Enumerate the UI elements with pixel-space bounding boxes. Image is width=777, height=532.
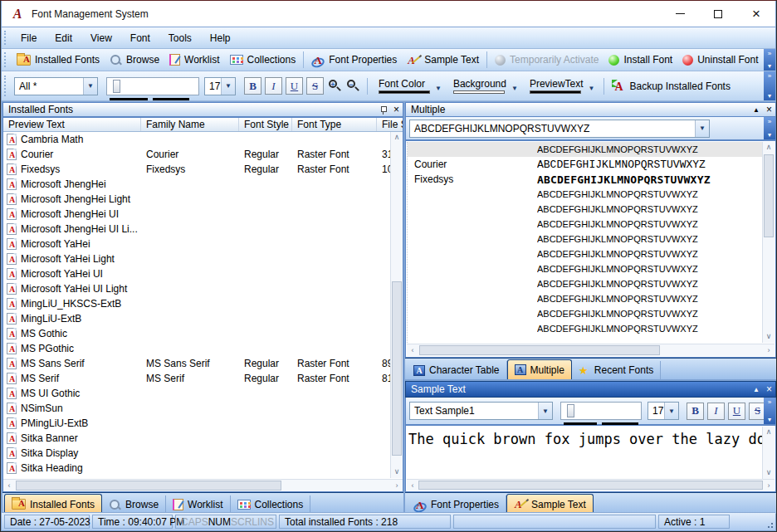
table-row[interactable]: MingLiU_HKSCS-ExtB	[3, 296, 403, 311]
font-preview-row[interactable]: ABCDEFGHIJKLMNOPQRSTUVWXYZ	[408, 306, 762, 321]
menu-tools[interactable]: Tools	[159, 27, 201, 48]
scroll-down-icon[interactable]: ∨	[391, 466, 403, 478]
table-row[interactable]: CourierCourierRegularRaster Font31	[3, 147, 403, 162]
tab-browse[interactable]: Browse	[102, 495, 166, 514]
table-row[interactable]: MS Gothic	[3, 326, 403, 341]
table-row[interactable]: Cambria Math	[3, 132, 403, 147]
tab-worklist[interactable]: Worklist	[166, 495, 230, 514]
background-color-control[interactable]: Background	[453, 79, 506, 94]
panel-close-icon[interactable]: ×	[766, 105, 772, 115]
menu-help[interactable]: Help	[201, 27, 240, 48]
chevron-down-icon[interactable]: ▼	[511, 85, 518, 92]
scroll-thumb[interactable]	[418, 481, 763, 490]
table-row[interactable]: FixedsysFixedsysRegularRaster Font10	[3, 162, 403, 177]
underline-button[interactable]: U	[286, 77, 303, 95]
scroll-down-icon[interactable]: ∨	[763, 331, 775, 343]
table-row[interactable]: Sitka Display	[3, 446, 403, 461]
chevron-down-icon[interactable]: ▼	[589, 85, 595, 92]
font-preview-row[interactable]: ABCDEFGHIJKLMNOPQRSTUVWXYZ	[408, 187, 762, 202]
font-preview-row[interactable]: ABCDEFGHIJKLMNOPQRSTUVWXYZ	[408, 276, 762, 291]
font-preview-row[interactable]: ABCDEFGHIJKLMNOPQRSTUVWXYZ	[408, 246, 762, 261]
font-preview-row[interactable]: FixedsysABCDEFGHIJKLMNOPQRSTUVWXYZ	[408, 172, 762, 187]
sample-italic-button[interactable]: I	[707, 403, 725, 420]
text-sample-combo[interactable]: Text Sample1 ▼	[409, 402, 553, 420]
table-row[interactable]: Microsoft JhengHei	[3, 177, 403, 192]
sample-size-spinner[interactable]: 17 ▼	[648, 402, 679, 420]
table-row[interactable]: MS SerifMS SerifRegularRaster Font81	[3, 371, 403, 386]
column-family-name[interactable]: Family Name	[141, 118, 239, 131]
scroll-up-icon[interactable]: ∧	[763, 142, 775, 154]
backup-installed-fonts-button[interactable]: Backup Installed Fonts	[607, 77, 735, 95]
tab-font-properties[interactable]: Font Properties	[407, 495, 506, 514]
panel-close-icon[interactable]: ×	[766, 385, 772, 394]
toolbar-overflow-chevron[interactable]: »▾	[764, 71, 775, 100]
scroll-thumb[interactable]	[392, 281, 402, 456]
menu-view[interactable]: View	[81, 27, 121, 48]
table-row[interactable]: Microsoft YaHei Light	[3, 251, 403, 266]
tab-character-table[interactable]: ACharacter Table	[407, 361, 507, 379]
table-row[interactable]: PMingLiU-ExtB	[3, 416, 403, 431]
font-size-spinner[interactable]: 17 ▼	[204, 77, 236, 95]
toolbar-overflow-chevron[interactable]: »▾	[764, 49, 775, 71]
bold-button[interactable]: B	[244, 77, 261, 95]
worklist-button[interactable]: Worklist	[164, 51, 224, 69]
toolbar-overflow-chevron[interactable]: »▾	[764, 117, 775, 139]
scroll-thumb[interactable]	[764, 154, 774, 237]
multiple-horizontal-scrollbar[interactable]: ‹ ›	[407, 344, 775, 356]
table-row[interactable]: MS UI Gothic	[3, 386, 403, 401]
font-color-control[interactable]: Font Color	[379, 79, 430, 94]
font-preview-row[interactable]: ABCDEFGHIJKLMNOPQRSTUVWXYZ	[408, 217, 762, 232]
uninstall-font-button[interactable]: Uninstall Font	[677, 51, 763, 69]
chevron-down-icon[interactable]: ▼	[435, 85, 442, 92]
table-row[interactable]: MingLiU-ExtB	[3, 311, 403, 326]
table-row[interactable]: Microsoft YaHei UI	[3, 266, 403, 281]
scroll-thumb[interactable]	[16, 481, 281, 491]
minimize-button[interactable]	[661, 1, 699, 27]
italic-button[interactable]: I	[265, 77, 282, 95]
font-preview-row[interactable]: ABCDEFGHIJKLMNOPQRSTUVWXYZ	[408, 291, 762, 306]
tab-installed-fonts[interactable]: Installed Fonts	[4, 494, 102, 514]
font-preview-row[interactable]: CourierABCDEFGHIJKLMNOPQRSTUVWXYZ	[408, 157, 762, 172]
browse-button[interactable]: Browse	[105, 51, 164, 69]
filter-combo[interactable]: All * ▼	[14, 77, 98, 95]
table-row[interactable]: Microsoft YaHei UI Light	[3, 281, 403, 296]
menu-file[interactable]: File	[12, 27, 46, 48]
sample-text-button[interactable]: Sample Text	[402, 51, 484, 69]
sample-bold-button[interactable]: B	[687, 403, 704, 420]
tab-recent-fonts[interactable]: ★Recent Fonts	[572, 361, 661, 379]
scroll-right-icon[interactable]: ›	[763, 344, 775, 356]
scroll-thumb[interactable]	[419, 345, 660, 355]
font-preview-row[interactable]: ABCDEFGHIJKLMNOPQRSTUVWXYZ	[408, 202, 762, 217]
font-preview-row[interactable]: ABCDEFGHIJKLMNOPQRSTUVWXYZ	[408, 261, 762, 276]
font-preview-row[interactable]: ABCDEFGHIJKLMNOPQRSTUVWXYZ	[408, 142, 762, 157]
pin-icon[interactable]	[379, 105, 388, 115]
sample-underline-button[interactable]: U	[728, 403, 745, 420]
resize-grip[interactable]	[765, 520, 774, 529]
font-size-slider[interactable]	[106, 77, 199, 95]
tab-collections[interactable]: Collections	[231, 495, 311, 514]
close-button[interactable]: ×	[737, 1, 775, 27]
preview-text-control[interactable]: PreviewText	[530, 79, 584, 94]
table-row[interactable]: MS PGothic	[3, 341, 403, 356]
slider-thumb[interactable]	[113, 80, 120, 93]
table-row[interactable]: Microsoft JhengHei UI Li...	[3, 222, 403, 237]
installed-fonts-button[interactable]: Installed Fonts	[12, 51, 105, 69]
table-row[interactable]: MS Sans SerifMS Sans SerifRegularRaster …	[3, 356, 403, 371]
font-preview-row[interactable]: ABCDEFGHIJKLMNOPQRSTUVWXYZ	[408, 321, 762, 336]
table-row[interactable]: Sitka Heading	[3, 461, 403, 476]
menu-font[interactable]: Font	[121, 27, 159, 48]
scroll-up-icon[interactable]: ∧	[391, 132, 403, 144]
slider-thumb[interactable]	[567, 404, 574, 417]
tab-sample-text[interactable]: Sample Text	[506, 494, 594, 514]
sample-vertical-scrollbar[interactable]: ∧ ∨	[762, 427, 775, 479]
zoom-in-button[interactable]: +	[327, 79, 342, 94]
toolbar-overflow-chevron[interactable]: »▾	[764, 398, 775, 424]
install-font-button[interactable]: Install Font	[604, 51, 677, 69]
preview-string-combo[interactable]: ABCDEFGHIJKLMNOPQRSTUVWXYZ ▼	[409, 120, 710, 138]
column-font-type[interactable]: Font Type	[292, 118, 377, 131]
table-row[interactable]: Sitka Banner	[3, 431, 403, 446]
collapse-icon[interactable]: ▲	[753, 386, 760, 393]
tab-multiple[interactable]: AMultiple	[507, 359, 572, 379]
zoom-out-button[interactable]: −	[345, 79, 360, 94]
font-preview-row[interactable]: ABCDEFGHIJKLMNOPQRSTUVWXYZ	[408, 232, 762, 246]
